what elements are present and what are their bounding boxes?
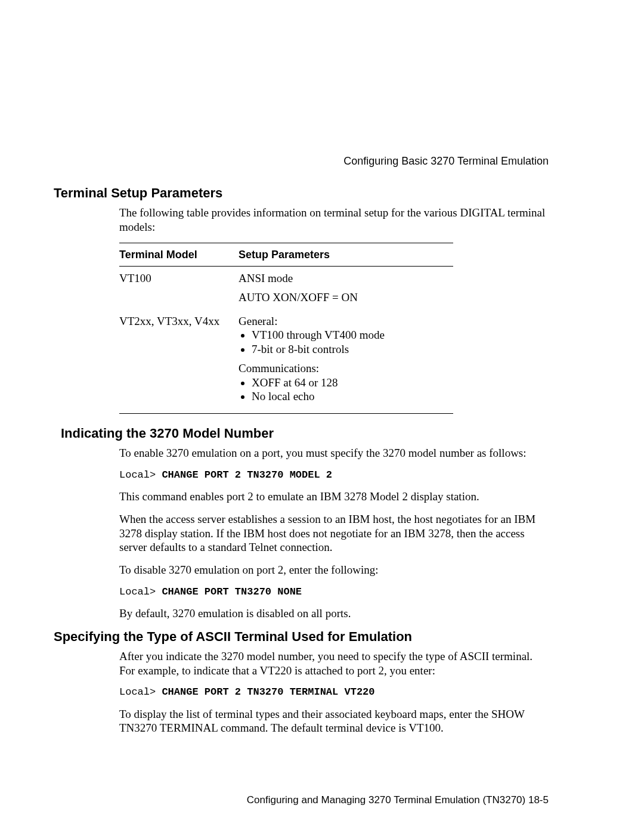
- param-list: XOFF at 64 or 128 No local echo: [239, 376, 447, 404]
- body-terminal-setup: The following table provides information…: [119, 206, 549, 414]
- paragraph: When the access server establishes a ses…: [119, 512, 549, 555]
- paragraph: The following table provides information…: [119, 206, 549, 234]
- body-model-number: To enable 3270 emulation on a port, you …: [119, 446, 549, 621]
- list-item: No local echo: [252, 389, 447, 404]
- prompt: Local>: [119, 686, 162, 698]
- col-header-model: Terminal Model: [119, 243, 239, 267]
- cell-model: VT2xx, VT3xx, V4xx: [119, 309, 239, 414]
- command-line: Local> CHANGE PORT 2 TN3270 TERMINAL VT2…: [119, 686, 549, 698]
- document-page: Configuring Basic 3270 Terminal Emulatio…: [0, 0, 644, 833]
- command-text: CHANGE PORT TN3270 NONE: [162, 586, 302, 597]
- paragraph: This command enables port 2 to emulate a…: [119, 490, 549, 504]
- table-row: VT100 ANSI mode AUTO XON/XOFF = ON: [119, 267, 453, 309]
- command-line: Local> CHANGE PORT TN3270 NONE: [119, 586, 549, 598]
- param-line: AUTO XON/XOFF = ON: [239, 290, 447, 305]
- running-head: Configuring Basic 3270 Terminal Emulatio…: [54, 155, 549, 168]
- param-list: VT100 through VT400 mode 7-bit or 8-bit …: [239, 328, 447, 357]
- list-item: VT100 through VT400 mode: [252, 328, 447, 342]
- heading-ascii-terminal: Specifying the Type of ASCII Terminal Us…: [54, 629, 549, 645]
- setup-table: Terminal Model Setup Parameters VT100 AN…: [119, 243, 453, 414]
- cell-params: ANSI mode AUTO XON/XOFF = ON: [239, 267, 453, 309]
- body-ascii-terminal: After you indicate the 3270 model number…: [119, 649, 549, 735]
- command-text: CHANGE PORT 2 TN3270 TERMINAL VT220: [162, 686, 374, 698]
- prompt: Local>: [119, 586, 162, 597]
- paragraph: After you indicate the 3270 model number…: [119, 649, 549, 678]
- paragraph: To display the list of terminal types an…: [119, 707, 549, 736]
- list-item: XOFF at 64 or 128: [252, 376, 447, 390]
- command-line: Local> CHANGE PORT 2 TN3270 MODEL 2: [119, 469, 549, 481]
- heading-model-number: Indicating the 3270 Model Number: [61, 426, 549, 441]
- param-subheading: General:: [239, 314, 447, 329]
- command-text: CHANGE PORT 2 TN3270 MODEL 2: [162, 469, 332, 481]
- paragraph: To disable 3270 emulation on port 2, ent…: [119, 563, 549, 577]
- paragraph: By default, 3270 emulation is disabled o…: [119, 606, 549, 621]
- cell-model: VT100: [119, 267, 239, 309]
- list-item: 7-bit or 8-bit controls: [252, 342, 447, 357]
- cell-params: General: VT100 through VT400 mode 7-bit …: [239, 309, 453, 414]
- table-header-row: Terminal Model Setup Parameters: [119, 243, 453, 267]
- param-subheading: Communications:: [239, 361, 447, 376]
- page-footer: Configuring and Managing 3270 Terminal E…: [247, 794, 549, 806]
- paragraph: To enable 3270 emulation on a port, you …: [119, 446, 549, 460]
- col-header-params: Setup Parameters: [239, 243, 453, 267]
- prompt: Local>: [119, 469, 162, 481]
- param-line: ANSI mode: [239, 271, 447, 286]
- heading-terminal-setup: Terminal Setup Parameters: [54, 185, 549, 201]
- table-row: VT2xx, VT3xx, V4xx General: VT100 throug…: [119, 309, 453, 414]
